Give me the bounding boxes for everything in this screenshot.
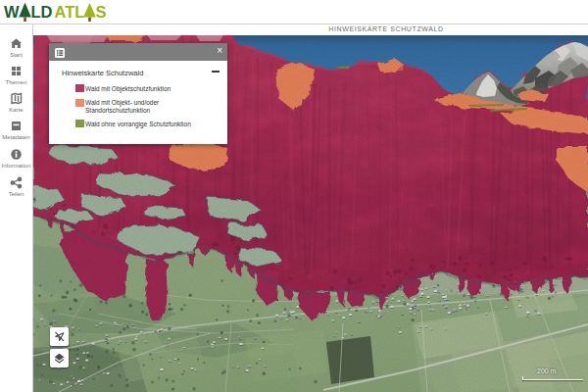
- svg-text:ATL: ATL: [55, 3, 85, 21]
- svg-text:W: W: [4, 3, 20, 21]
- svg-text:S: S: [96, 3, 107, 21]
- svg-text:LD: LD: [31, 3, 53, 21]
